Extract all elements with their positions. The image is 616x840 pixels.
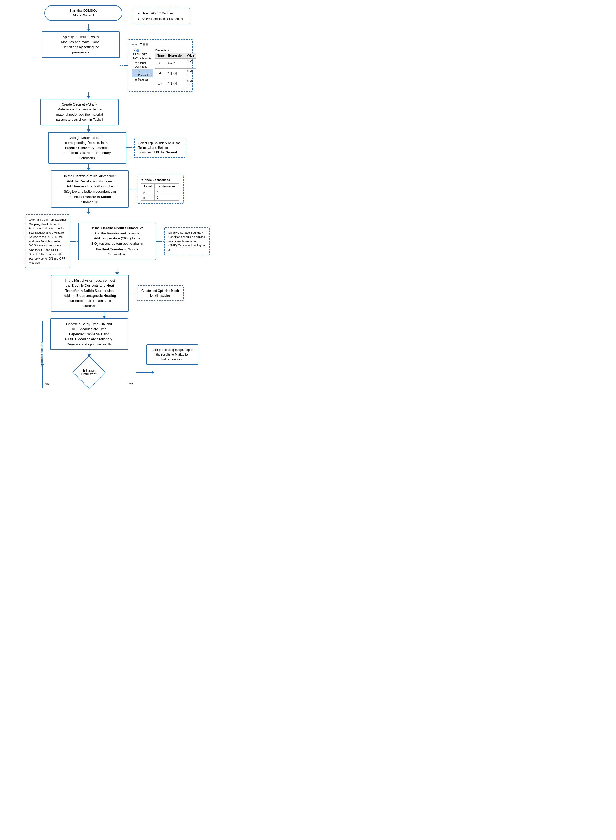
flowchart-container: Start the COMSOLModel Wizard ► Select AC… (5, 5, 229, 388)
step4b-box: In the Electric circuit Submodule:Add th… (78, 223, 156, 260)
diamond-yes-label: Yes (128, 382, 133, 386)
start-box: Start the COMSOLModel Wizard (44, 5, 122, 21)
step6-box: Choose a Study Type: ON andOFF Modules a… (50, 319, 128, 350)
param-row-rd: r_d 10[nm] 1E-8 m (155, 68, 196, 78)
step4a-box: In the Electric circuit Submodule:Add th… (51, 170, 129, 208)
feedback-bar: Optimize Results (36, 319, 49, 388)
node-row-n: n 2 (141, 195, 179, 201)
boundary-note: Select Top Boundary of TE for Terminal a… (134, 138, 186, 158)
step2-box: Create Geometry/BlankMaterials of the de… (40, 99, 119, 125)
optimize-results-label: Optimize Results (40, 342, 44, 367)
left-note-box: External I Vs U from External Coupling s… (25, 214, 70, 268)
top-right-note-2: ← → ↓ ☰ ▦ ▧ ▼ 🌀 RRAM_SET-ZnO.mph (root) (128, 39, 193, 92)
params-table: Name Expression Value r_f 6[nm] 6E-9 m (155, 53, 196, 88)
node-connections-box: ▼ Node Connections Label Node names p 1 (137, 175, 183, 204)
end-box: After processing (stop), exportthe resul… (147, 344, 198, 365)
diamond-no-label: No (45, 382, 49, 386)
step3-box: Assign Materials to thecorresponding Dom… (48, 132, 126, 164)
step1-box: Specify the MultiphysicsModules and make… (42, 31, 120, 58)
diffusive-note-box: Diffusive Surface Boundary Conditions sh… (164, 228, 210, 256)
top-right-note-1: ► Select AC/DC Modules ► Select Heat Tra… (133, 8, 190, 25)
node-row-p: p 1 (141, 189, 179, 195)
mesh-note-box: Create and Optimize Mesh for all modules (137, 285, 183, 301)
yes-arrow (136, 371, 154, 374)
decision-diamond: Is ResultOptimized? (68, 361, 110, 384)
step5-box: In the Multiphysics node, connectthe Ele… (51, 275, 129, 311)
param-row-hdi: h_di 10[nm] 1E-8 m (155, 78, 196, 88)
node-table: Label Node names p 1 n 2 (141, 184, 179, 201)
param-row-rf: r_f 6[nm] 6E-9 m (155, 58, 196, 68)
